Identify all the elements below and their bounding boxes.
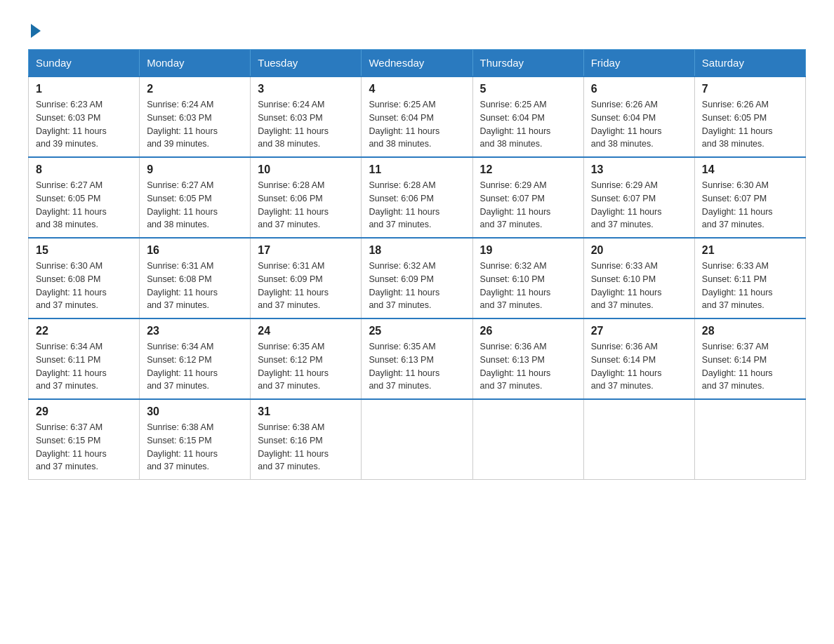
day-info: Sunrise: 6:35 AM Sunset: 6:13 PM Dayligh… (369, 340, 465, 393)
day-info: Sunrise: 6:29 AM Sunset: 6:07 PM Dayligh… (591, 179, 687, 232)
day-number: 26 (480, 325, 576, 337)
day-info: Sunrise: 6:27 AM Sunset: 6:05 PM Dayligh… (147, 179, 243, 232)
day-info: Sunrise: 6:38 AM Sunset: 6:15 PM Dayligh… (147, 421, 243, 474)
day-info: Sunrise: 6:31 AM Sunset: 6:08 PM Dayligh… (147, 260, 243, 312)
calendar-cell: 9 Sunrise: 6:27 AM Sunset: 6:05 PM Dayli… (140, 157, 251, 238)
day-number: 30 (147, 405, 243, 418)
day-info: Sunrise: 6:37 AM Sunset: 6:15 PM Dayligh… (36, 421, 132, 474)
day-number: 11 (369, 163, 465, 176)
day-number: 27 (591, 325, 687, 337)
day-info: Sunrise: 6:30 AM Sunset: 6:08 PM Dayligh… (36, 260, 132, 312)
calendar-cell: 30 Sunrise: 6:38 AM Sunset: 6:15 PM Dayl… (140, 399, 251, 480)
calendar-cell: 22 Sunrise: 6:34 AM Sunset: 6:11 PM Dayl… (29, 318, 140, 399)
calendar-cell: 15 Sunrise: 6:30 AM Sunset: 6:08 PM Dayl… (29, 238, 140, 318)
day-number: 6 (591, 83, 687, 95)
calendar-cell: 2 Sunrise: 6:24 AM Sunset: 6:03 PM Dayli… (140, 76, 251, 157)
calendar-cell: 13 Sunrise: 6:29 AM Sunset: 6:07 PM Dayl… (583, 157, 694, 238)
day-info: Sunrise: 6:34 AM Sunset: 6:11 PM Dayligh… (36, 340, 132, 393)
col-header-saturday: Saturday (694, 50, 805, 77)
calendar-cell: 18 Sunrise: 6:32 AM Sunset: 6:09 PM Dayl… (362, 238, 472, 318)
day-info: Sunrise: 6:25 AM Sunset: 6:04 PM Dayligh… (480, 98, 576, 151)
day-number: 25 (369, 325, 465, 337)
calendar-cell: 1 Sunrise: 6:23 AM Sunset: 6:03 PM Dayli… (29, 76, 140, 157)
calendar-week-4: 22 Sunrise: 6:34 AM Sunset: 6:11 PM Dayl… (29, 318, 806, 399)
day-number: 31 (258, 405, 354, 418)
day-number: 14 (702, 163, 798, 176)
calendar-week-2: 8 Sunrise: 6:27 AM Sunset: 6:05 PM Dayli… (29, 157, 806, 238)
day-number: 17 (258, 244, 354, 257)
day-info: Sunrise: 6:30 AM Sunset: 6:07 PM Dayligh… (702, 179, 798, 232)
calendar-cell: 12 Sunrise: 6:29 AM Sunset: 6:07 PM Dayl… (472, 157, 583, 238)
calendar-cell: 14 Sunrise: 6:30 AM Sunset: 6:07 PM Dayl… (694, 157, 805, 238)
col-header-friday: Friday (583, 50, 694, 77)
day-info: Sunrise: 6:32 AM Sunset: 6:09 PM Dayligh… (369, 260, 465, 312)
day-info: Sunrise: 6:33 AM Sunset: 6:11 PM Dayligh… (702, 260, 798, 312)
day-number: 28 (702, 325, 798, 337)
day-info: Sunrise: 6:31 AM Sunset: 6:09 PM Dayligh… (258, 260, 354, 312)
day-info: Sunrise: 6:37 AM Sunset: 6:14 PM Dayligh… (702, 340, 798, 393)
day-number: 29 (36, 405, 132, 418)
day-number: 18 (369, 244, 465, 257)
day-info: Sunrise: 6:28 AM Sunset: 6:06 PM Dayligh… (369, 179, 465, 232)
calendar-cell: 25 Sunrise: 6:35 AM Sunset: 6:13 PM Dayl… (362, 318, 472, 399)
day-info: Sunrise: 6:34 AM Sunset: 6:12 PM Dayligh… (147, 340, 243, 393)
day-number: 2 (147, 83, 243, 95)
calendar-cell: 3 Sunrise: 6:24 AM Sunset: 6:03 PM Dayli… (251, 76, 362, 157)
day-number: 7 (702, 83, 798, 95)
calendar-cell: 16 Sunrise: 6:31 AM Sunset: 6:08 PM Dayl… (140, 238, 251, 318)
calendar-cell (362, 399, 472, 480)
day-number: 5 (480, 83, 576, 95)
col-header-sunday: Sunday (29, 50, 140, 77)
calendar-cell: 8 Sunrise: 6:27 AM Sunset: 6:05 PM Dayli… (29, 157, 140, 238)
day-info: Sunrise: 6:32 AM Sunset: 6:10 PM Dayligh… (480, 260, 576, 312)
logo (28, 21, 41, 35)
day-number: 8 (36, 163, 132, 176)
calendar-cell (694, 399, 805, 480)
day-info: Sunrise: 6:26 AM Sunset: 6:04 PM Dayligh… (591, 98, 687, 151)
calendar-cell: 11 Sunrise: 6:28 AM Sunset: 6:06 PM Dayl… (362, 157, 472, 238)
day-number: 21 (702, 244, 798, 257)
calendar-cell: 6 Sunrise: 6:26 AM Sunset: 6:04 PM Dayli… (583, 76, 694, 157)
calendar-cell: 4 Sunrise: 6:25 AM Sunset: 6:04 PM Dayli… (362, 76, 472, 157)
day-info: Sunrise: 6:29 AM Sunset: 6:07 PM Dayligh… (480, 179, 576, 232)
page-header (28, 21, 806, 35)
day-info: Sunrise: 6:24 AM Sunset: 6:03 PM Dayligh… (147, 98, 243, 151)
calendar-week-3: 15 Sunrise: 6:30 AM Sunset: 6:08 PM Dayl… (29, 238, 806, 318)
day-number: 20 (591, 244, 687, 257)
day-number: 19 (480, 244, 576, 257)
calendar-cell: 24 Sunrise: 6:35 AM Sunset: 6:12 PM Dayl… (251, 318, 362, 399)
day-number: 15 (36, 244, 132, 257)
calendar-cell: 5 Sunrise: 6:25 AM Sunset: 6:04 PM Dayli… (472, 76, 583, 157)
day-info: Sunrise: 6:36 AM Sunset: 6:14 PM Dayligh… (591, 340, 687, 393)
calendar-cell: 27 Sunrise: 6:36 AM Sunset: 6:14 PM Dayl… (583, 318, 694, 399)
day-number: 24 (258, 325, 354, 337)
logo-arrow-icon (31, 24, 41, 38)
day-number: 23 (147, 325, 243, 337)
calendar-cell: 23 Sunrise: 6:34 AM Sunset: 6:12 PM Dayl… (140, 318, 251, 399)
day-number: 22 (36, 325, 132, 337)
calendar-cell: 31 Sunrise: 6:38 AM Sunset: 6:16 PM Dayl… (251, 399, 362, 480)
calendar-cell: 10 Sunrise: 6:28 AM Sunset: 6:06 PM Dayl… (251, 157, 362, 238)
calendar-cell (472, 399, 583, 480)
day-number: 4 (369, 83, 465, 95)
day-info: Sunrise: 6:26 AM Sunset: 6:05 PM Dayligh… (702, 98, 798, 151)
day-info: Sunrise: 6:33 AM Sunset: 6:10 PM Dayligh… (591, 260, 687, 312)
day-info: Sunrise: 6:28 AM Sunset: 6:06 PM Dayligh… (258, 179, 354, 232)
calendar-week-1: 1 Sunrise: 6:23 AM Sunset: 6:03 PM Dayli… (29, 76, 806, 157)
calendar-cell: 26 Sunrise: 6:36 AM Sunset: 6:13 PM Dayl… (472, 318, 583, 399)
day-info: Sunrise: 6:27 AM Sunset: 6:05 PM Dayligh… (36, 179, 132, 232)
calendar-cell: 28 Sunrise: 6:37 AM Sunset: 6:14 PM Dayl… (694, 318, 805, 399)
col-header-tuesday: Tuesday (251, 50, 362, 77)
day-number: 9 (147, 163, 243, 176)
day-info: Sunrise: 6:24 AM Sunset: 6:03 PM Dayligh… (258, 98, 354, 151)
calendar-table: SundayMondayTuesdayWednesdayThursdayFrid… (28, 49, 806, 480)
day-info: Sunrise: 6:38 AM Sunset: 6:16 PM Dayligh… (258, 421, 354, 474)
day-info: Sunrise: 6:35 AM Sunset: 6:12 PM Dayligh… (258, 340, 354, 393)
calendar-cell: 29 Sunrise: 6:37 AM Sunset: 6:15 PM Dayl… (29, 399, 140, 480)
calendar-cell (583, 399, 694, 480)
col-header-thursday: Thursday (472, 50, 583, 77)
day-number: 10 (258, 163, 354, 176)
calendar-cell: 21 Sunrise: 6:33 AM Sunset: 6:11 PM Dayl… (694, 238, 805, 318)
day-info: Sunrise: 6:25 AM Sunset: 6:04 PM Dayligh… (369, 98, 465, 151)
day-number: 16 (147, 244, 243, 257)
